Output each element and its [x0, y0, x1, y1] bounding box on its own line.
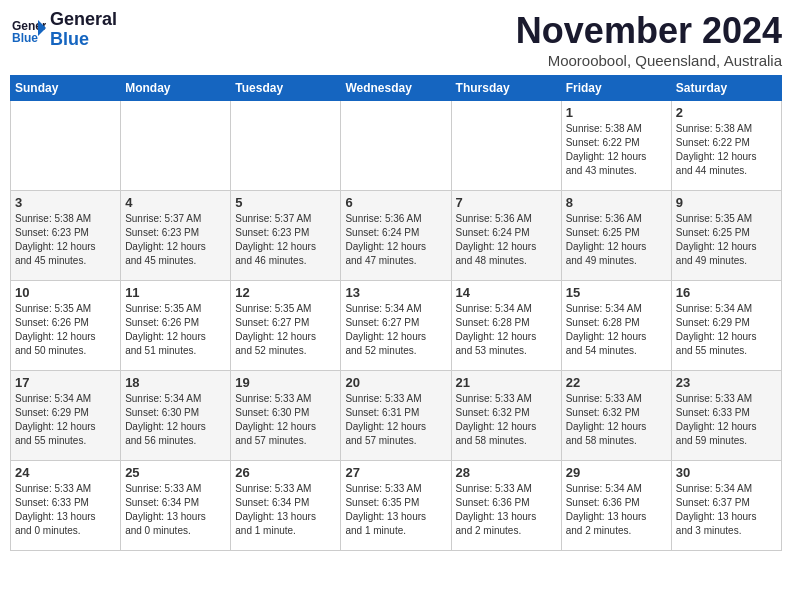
- cell-content: Sunrise: 5:34 AM Sunset: 6:36 PM Dayligh…: [566, 482, 667, 538]
- page-header: General Blue General Blue November 2024 …: [10, 10, 782, 69]
- cell-content: Sunrise: 5:33 AM Sunset: 6:32 PM Dayligh…: [456, 392, 557, 448]
- calendar-cell: 6Sunrise: 5:36 AM Sunset: 6:24 PM Daylig…: [341, 191, 451, 281]
- cell-content: Sunrise: 5:36 AM Sunset: 6:24 PM Dayligh…: [345, 212, 446, 268]
- cell-content: Sunrise: 5:35 AM Sunset: 6:27 PM Dayligh…: [235, 302, 336, 358]
- calendar-cell: 4Sunrise: 5:37 AM Sunset: 6:23 PM Daylig…: [121, 191, 231, 281]
- col-header-friday: Friday: [561, 76, 671, 101]
- calendar-week-row: 17Sunrise: 5:34 AM Sunset: 6:29 PM Dayli…: [11, 371, 782, 461]
- cell-content: Sunrise: 5:34 AM Sunset: 6:29 PM Dayligh…: [15, 392, 116, 448]
- calendar-cell: 11Sunrise: 5:35 AM Sunset: 6:26 PM Dayli…: [121, 281, 231, 371]
- calendar-cell: 15Sunrise: 5:34 AM Sunset: 6:28 PM Dayli…: [561, 281, 671, 371]
- day-number: 19: [235, 375, 336, 390]
- day-number: 5: [235, 195, 336, 210]
- logo-general: General: [50, 10, 117, 30]
- cell-content: Sunrise: 5:33 AM Sunset: 6:32 PM Dayligh…: [566, 392, 667, 448]
- calendar-cell: 16Sunrise: 5:34 AM Sunset: 6:29 PM Dayli…: [671, 281, 781, 371]
- col-header-tuesday: Tuesday: [231, 76, 341, 101]
- calendar-cell: 1Sunrise: 5:38 AM Sunset: 6:22 PM Daylig…: [561, 101, 671, 191]
- day-number: 29: [566, 465, 667, 480]
- day-number: 18: [125, 375, 226, 390]
- calendar-cell: [341, 101, 451, 191]
- calendar-week-row: 1Sunrise: 5:38 AM Sunset: 6:22 PM Daylig…: [11, 101, 782, 191]
- cell-content: Sunrise: 5:38 AM Sunset: 6:22 PM Dayligh…: [676, 122, 777, 178]
- cell-content: Sunrise: 5:34 AM Sunset: 6:30 PM Dayligh…: [125, 392, 226, 448]
- month-title: November 2024: [516, 10, 782, 52]
- cell-content: Sunrise: 5:33 AM Sunset: 6:33 PM Dayligh…: [15, 482, 116, 538]
- calendar-cell: 13Sunrise: 5:34 AM Sunset: 6:27 PM Dayli…: [341, 281, 451, 371]
- calendar-week-row: 10Sunrise: 5:35 AM Sunset: 6:26 PM Dayli…: [11, 281, 782, 371]
- logo-icon: General Blue: [10, 12, 46, 48]
- calendar-cell: [121, 101, 231, 191]
- day-number: 12: [235, 285, 336, 300]
- col-header-sunday: Sunday: [11, 76, 121, 101]
- col-header-wednesday: Wednesday: [341, 76, 451, 101]
- calendar-cell: 26Sunrise: 5:33 AM Sunset: 6:34 PM Dayli…: [231, 461, 341, 551]
- calendar-cell: 23Sunrise: 5:33 AM Sunset: 6:33 PM Dayli…: [671, 371, 781, 461]
- day-number: 9: [676, 195, 777, 210]
- cell-content: Sunrise: 5:33 AM Sunset: 6:34 PM Dayligh…: [125, 482, 226, 538]
- cell-content: Sunrise: 5:33 AM Sunset: 6:30 PM Dayligh…: [235, 392, 336, 448]
- cell-content: Sunrise: 5:35 AM Sunset: 6:26 PM Dayligh…: [15, 302, 116, 358]
- cell-content: Sunrise: 5:33 AM Sunset: 6:35 PM Dayligh…: [345, 482, 446, 538]
- cell-content: Sunrise: 5:33 AM Sunset: 6:31 PM Dayligh…: [345, 392, 446, 448]
- col-header-thursday: Thursday: [451, 76, 561, 101]
- calendar-cell: 21Sunrise: 5:33 AM Sunset: 6:32 PM Dayli…: [451, 371, 561, 461]
- calendar-cell: [231, 101, 341, 191]
- calendar-cell: 25Sunrise: 5:33 AM Sunset: 6:34 PM Dayli…: [121, 461, 231, 551]
- calendar-cell: 5Sunrise: 5:37 AM Sunset: 6:23 PM Daylig…: [231, 191, 341, 281]
- cell-content: Sunrise: 5:33 AM Sunset: 6:33 PM Dayligh…: [676, 392, 777, 448]
- calendar-cell: 3Sunrise: 5:38 AM Sunset: 6:23 PM Daylig…: [11, 191, 121, 281]
- svg-text:Blue: Blue: [12, 31, 38, 45]
- col-header-saturday: Saturday: [671, 76, 781, 101]
- calendar-cell: 22Sunrise: 5:33 AM Sunset: 6:32 PM Dayli…: [561, 371, 671, 461]
- day-number: 6: [345, 195, 446, 210]
- day-number: 20: [345, 375, 446, 390]
- day-number: 13: [345, 285, 446, 300]
- logo: General Blue General Blue: [10, 10, 117, 50]
- calendar-cell: 12Sunrise: 5:35 AM Sunset: 6:27 PM Dayli…: [231, 281, 341, 371]
- day-number: 22: [566, 375, 667, 390]
- col-header-monday: Monday: [121, 76, 231, 101]
- day-number: 24: [15, 465, 116, 480]
- day-number: 17: [15, 375, 116, 390]
- calendar-cell: [451, 101, 561, 191]
- cell-content: Sunrise: 5:34 AM Sunset: 6:29 PM Dayligh…: [676, 302, 777, 358]
- calendar-cell: 8Sunrise: 5:36 AM Sunset: 6:25 PM Daylig…: [561, 191, 671, 281]
- day-number: 10: [15, 285, 116, 300]
- cell-content: Sunrise: 5:35 AM Sunset: 6:25 PM Dayligh…: [676, 212, 777, 268]
- calendar-cell: 18Sunrise: 5:34 AM Sunset: 6:30 PM Dayli…: [121, 371, 231, 461]
- calendar-cell: 30Sunrise: 5:34 AM Sunset: 6:37 PM Dayli…: [671, 461, 781, 551]
- day-number: 14: [456, 285, 557, 300]
- day-number: 7: [456, 195, 557, 210]
- day-number: 2: [676, 105, 777, 120]
- day-number: 27: [345, 465, 446, 480]
- day-number: 28: [456, 465, 557, 480]
- day-number: 4: [125, 195, 226, 210]
- cell-content: Sunrise: 5:33 AM Sunset: 6:36 PM Dayligh…: [456, 482, 557, 538]
- cell-content: Sunrise: 5:34 AM Sunset: 6:27 PM Dayligh…: [345, 302, 446, 358]
- calendar-week-row: 3Sunrise: 5:38 AM Sunset: 6:23 PM Daylig…: [11, 191, 782, 281]
- day-number: 30: [676, 465, 777, 480]
- calendar-cell: 29Sunrise: 5:34 AM Sunset: 6:36 PM Dayli…: [561, 461, 671, 551]
- calendar-cell: [11, 101, 121, 191]
- calendar-cell: 27Sunrise: 5:33 AM Sunset: 6:35 PM Dayli…: [341, 461, 451, 551]
- calendar-cell: 14Sunrise: 5:34 AM Sunset: 6:28 PM Dayli…: [451, 281, 561, 371]
- day-number: 21: [456, 375, 557, 390]
- cell-content: Sunrise: 5:35 AM Sunset: 6:26 PM Dayligh…: [125, 302, 226, 358]
- day-number: 25: [125, 465, 226, 480]
- calendar-cell: 17Sunrise: 5:34 AM Sunset: 6:29 PM Dayli…: [11, 371, 121, 461]
- calendar-week-row: 24Sunrise: 5:33 AM Sunset: 6:33 PM Dayli…: [11, 461, 782, 551]
- cell-content: Sunrise: 5:34 AM Sunset: 6:28 PM Dayligh…: [566, 302, 667, 358]
- calendar-cell: 20Sunrise: 5:33 AM Sunset: 6:31 PM Dayli…: [341, 371, 451, 461]
- calendar-table: SundayMondayTuesdayWednesdayThursdayFrid…: [10, 75, 782, 551]
- day-number: 16: [676, 285, 777, 300]
- calendar-cell: 24Sunrise: 5:33 AM Sunset: 6:33 PM Dayli…: [11, 461, 121, 551]
- title-block: November 2024 Mooroobool, Queensland, Au…: [516, 10, 782, 69]
- day-number: 1: [566, 105, 667, 120]
- cell-content: Sunrise: 5:33 AM Sunset: 6:34 PM Dayligh…: [235, 482, 336, 538]
- calendar-cell: 28Sunrise: 5:33 AM Sunset: 6:36 PM Dayli…: [451, 461, 561, 551]
- day-number: 23: [676, 375, 777, 390]
- cell-content: Sunrise: 5:37 AM Sunset: 6:23 PM Dayligh…: [125, 212, 226, 268]
- day-number: 3: [15, 195, 116, 210]
- calendar-header-row: SundayMondayTuesdayWednesdayThursdayFrid…: [11, 76, 782, 101]
